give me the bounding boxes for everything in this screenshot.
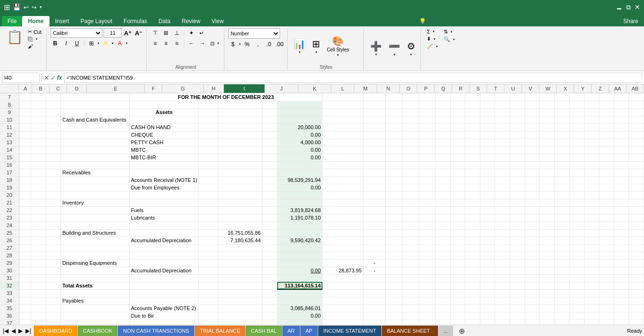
cell[interactable] — [450, 184, 465, 191]
cell[interactable] — [436, 237, 451, 244]
cell[interactable] — [402, 131, 419, 139]
cell[interactable] — [450, 146, 465, 154]
cell[interactable] — [570, 199, 585, 206]
cell[interactable] — [614, 206, 629, 214]
cell[interactable] — [495, 176, 510, 184]
cell[interactable] — [495, 108, 510, 116]
cell[interactable] — [322, 221, 363, 229]
cell[interactable] — [19, 176, 31, 184]
cell[interactable] — [629, 161, 644, 169]
cell[interactable] — [465, 267, 480, 274]
cell[interactable] — [599, 320, 614, 325]
col-header-z[interactable]: Z — [592, 84, 609, 93]
cell[interactable] — [629, 206, 644, 214]
cell[interactable] — [419, 214, 435, 221]
cell[interactable] — [570, 297, 585, 304]
cell[interactable] — [614, 93, 629, 101]
cell[interactable] — [465, 176, 480, 184]
cell[interactable] — [480, 244, 495, 252]
tab-non-cash-transactions[interactable]: NON CASH TRANSCTIONS — [118, 326, 194, 336]
percent-button[interactable]: % — [242, 40, 252, 49]
cell[interactable] — [510, 176, 525, 184]
cell[interactable] — [263, 297, 278, 304]
merge-center-button[interactable]: ⊡ ▾ — [208, 40, 221, 47]
cell[interactable] — [465, 154, 480, 161]
cell[interactable] — [19, 93, 31, 101]
cell[interactable] — [540, 320, 555, 325]
cell[interactable] — [570, 176, 585, 184]
cell[interactable] — [31, 169, 46, 176]
cell[interactable] — [599, 297, 614, 304]
cell[interactable] — [480, 214, 495, 221]
cell[interactable] — [19, 259, 31, 267]
cell[interactable] — [525, 154, 540, 161]
cell[interactable] — [363, 221, 386, 229]
cell[interactable] — [322, 169, 363, 176]
cell[interactable] — [495, 221, 510, 229]
find-select-button[interactable]: 🔍 ▾ — [442, 36, 457, 43]
cell[interactable] — [263, 184, 278, 191]
cell[interactable] — [402, 267, 419, 274]
cell[interactable] — [629, 237, 644, 244]
cell[interactable] — [510, 93, 525, 101]
cell[interactable] — [31, 320, 46, 325]
cell[interactable] — [510, 191, 525, 199]
cell[interactable] — [419, 139, 435, 146]
cell[interactable] — [129, 229, 199, 237]
cell[interactable] — [510, 108, 525, 116]
cell[interactable]: 113,164,615.14 — [277, 282, 322, 289]
cell[interactable] — [419, 199, 435, 206]
cell[interactable]: 3,819,824.68 — [277, 206, 322, 214]
cell[interactable] — [31, 282, 46, 289]
cell[interactable] — [322, 108, 363, 116]
cell[interactable] — [322, 320, 363, 325]
cell[interactable] — [46, 274, 61, 282]
cell[interactable]: Inventory — [61, 199, 130, 206]
cell[interactable] — [614, 108, 629, 116]
cell[interactable] — [199, 199, 218, 206]
cell[interactable] — [363, 169, 386, 176]
cell[interactable] — [402, 244, 419, 252]
cell[interactable] — [402, 206, 419, 214]
cell[interactable] — [199, 206, 218, 214]
cell[interactable] — [450, 154, 465, 161]
cell[interactable] — [419, 206, 435, 214]
cell[interactable] — [599, 93, 614, 101]
cell[interactable] — [540, 252, 555, 259]
col-header-y[interactable]: Y — [574, 84, 592, 93]
cell[interactable] — [19, 312, 31, 320]
cell[interactable] — [263, 169, 278, 176]
cell[interactable] — [363, 312, 386, 320]
cell[interactable] — [584, 161, 599, 169]
cell[interactable]: MBTC — [129, 146, 199, 154]
cell[interactable] — [629, 282, 644, 289]
cell[interactable] — [363, 282, 386, 289]
cell[interactable] — [19, 214, 31, 221]
cell[interactable] — [218, 154, 262, 161]
cell[interactable] — [465, 312, 480, 320]
cell[interactable] — [277, 259, 322, 267]
cell[interactable] — [465, 199, 480, 206]
cell[interactable] — [554, 161, 570, 169]
tab-ar[interactable]: AR — [282, 326, 300, 336]
cell[interactable] — [614, 116, 629, 123]
cell[interactable] — [386, 131, 402, 139]
cell[interactable] — [436, 123, 451, 131]
cell[interactable] — [510, 221, 525, 229]
cell[interactable] — [495, 244, 510, 252]
cell[interactable] — [31, 237, 46, 244]
cell[interactable] — [570, 289, 585, 297]
cell[interactable] — [629, 108, 644, 116]
cell[interactable] — [570, 146, 585, 154]
cell[interactable] — [629, 191, 644, 199]
cell[interactable] — [540, 259, 555, 267]
col-header-p[interactable]: P — [417, 84, 435, 93]
cell[interactable] — [199, 274, 218, 282]
cell[interactable] — [436, 282, 451, 289]
cell[interactable] — [19, 139, 31, 146]
conditional-formatting-button[interactable]: 📊 ▾ — [291, 37, 308, 55]
cell[interactable] — [599, 131, 614, 139]
cell[interactable] — [510, 237, 525, 244]
cell[interactable] — [386, 267, 402, 274]
cell[interactable] — [599, 199, 614, 206]
